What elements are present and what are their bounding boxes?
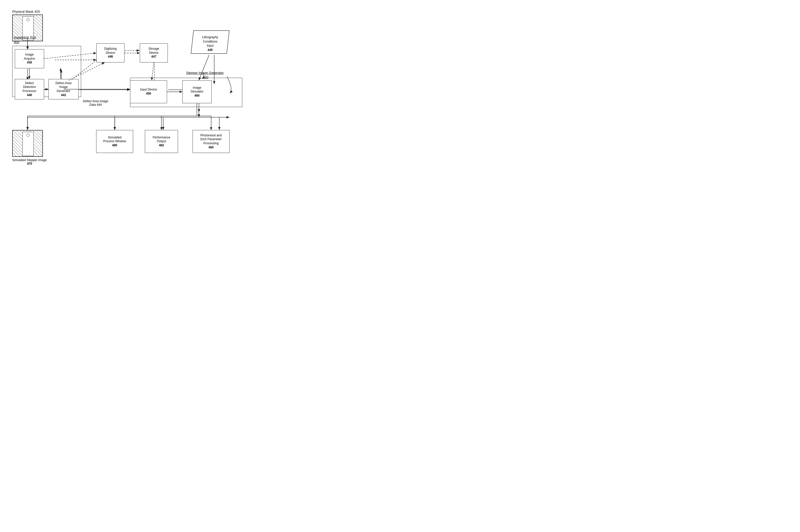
- diagram: Physical Mask 420 Inspection Tool 400 Im…: [5, 5, 245, 163]
- defect-detection-box: DefectDetectionProcessor 440: [15, 79, 44, 99]
- storage-device-box: StorageDevice 447: [140, 43, 168, 62]
- image-simulator-label: ImageSimulator: [190, 86, 204, 94]
- photoresist-label: Photoresist andEtch ParameterProcessing: [201, 134, 222, 146]
- lithography-conditions: Lithography Conditions Input 445: [190, 29, 230, 56]
- input-device-label: Input Device: [140, 88, 157, 92]
- svg-text:Input: Input: [207, 44, 214, 48]
- image-simulator-box: ImageSimulator 460: [182, 80, 212, 103]
- simulated-process-window-number: 480: [112, 144, 117, 148]
- performance-output-number: 482: [159, 144, 164, 148]
- defect-area-image-data-label: Defect Area ImageData 444: [83, 99, 108, 107]
- storage-device-number: 447: [151, 55, 156, 59]
- input-device-number: 450: [146, 92, 151, 96]
- svg-text:Lithography: Lithography: [202, 35, 218, 39]
- performance-output-label: PerformanceOutput: [153, 136, 170, 144]
- svg-text:Conditions: Conditions: [203, 40, 218, 43]
- svg-line-36: [152, 62, 154, 80]
- svg-text:445: 445: [208, 48, 213, 52]
- defect-detection-label: DefectDetectionProcessor: [22, 81, 36, 93]
- storage-device-label: StorageDevice: [148, 47, 159, 55]
- defect-area-image-gen-label: Defect AreaImageGenerator: [56, 81, 72, 93]
- simulated-stepper-image: Simulated Stepper Image 470: [12, 130, 46, 166]
- input-device-box: Input Device 450: [130, 80, 167, 103]
- defect-detection-number: 440: [27, 93, 32, 97]
- defect-area-image-gen-number: 442: [61, 93, 66, 97]
- photoresist-box: Photoresist andEtch ParameterProcessing …: [192, 130, 229, 153]
- image-acquiror-number: 430: [27, 61, 32, 65]
- performance-output-box: PerformanceOutput 482: [145, 130, 178, 153]
- image-simulator-number: 460: [194, 94, 200, 98]
- image-acquiror-box: ImageAcquiror 430: [15, 49, 44, 68]
- inspection-tool-number: 400: [14, 40, 19, 44]
- simulated-process-window-box: SimulatedProcess Window 480: [96, 130, 133, 153]
- inspection-tool-label: Inspection Tool: [14, 35, 36, 39]
- digitizing-device-label: DigitizingDevice: [104, 47, 117, 55]
- image-acquiror-label: ImageAcquiror: [24, 53, 35, 61]
- defect-area-image-gen-box: Defect AreaImageGenerator 442: [49, 79, 78, 99]
- photoresist-number: 484: [208, 146, 213, 150]
- digitizing-device-number: 446: [108, 55, 113, 59]
- simulated-process-window-label: SimulatedProcess Window: [103, 136, 126, 144]
- digitizing-device-box: DigitizingDevice 446: [96, 43, 125, 62]
- physical-mask-label: Physical Mask 420: [12, 10, 43, 14]
